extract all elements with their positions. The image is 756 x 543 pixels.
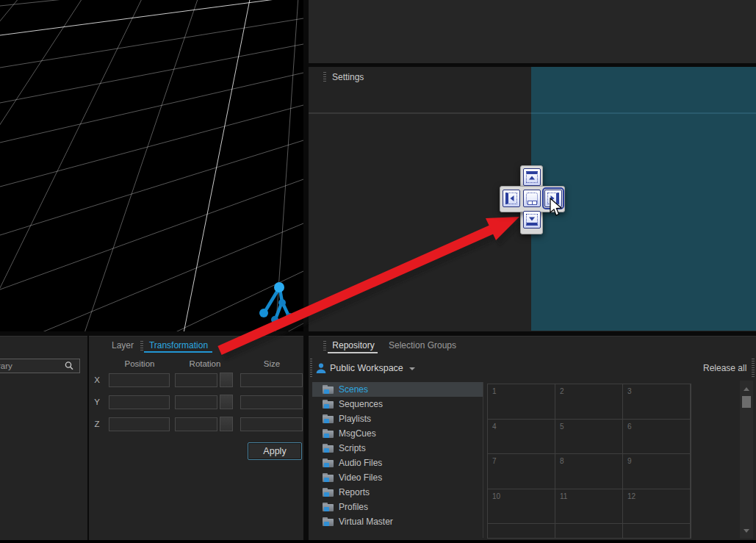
- slot-cell[interactable]: 1: [488, 384, 555, 420]
- slot-cell[interactable]: 4: [488, 420, 555, 455]
- slot-cell[interactable]: 5: [555, 420, 623, 455]
- folder-icon: [323, 444, 334, 453]
- slot-cell[interactable]: 7: [488, 454, 555, 489]
- settings-title: Settings: [332, 72, 364, 82]
- dock-top-button[interactable]: [523, 168, 541, 186]
- tree-item-scenes[interactable]: Scenes: [312, 382, 483, 397]
- column-header-size: Size: [248, 359, 295, 368]
- slot-grid: 1 2 3 4 5 6 7 8 9 10 11 12: [487, 384, 691, 539]
- slot-cell[interactable]: 11: [555, 489, 623, 525]
- slot-cell[interactable]: 9: [623, 454, 691, 489]
- column-header-position: Position: [112, 359, 167, 368]
- tree-item-playlists[interactable]: Playlists: [312, 411, 483, 426]
- scroll-up-arrow[interactable]: [744, 387, 749, 391]
- rotation-z-input[interactable]: [175, 417, 217, 431]
- scene-tree-icon: [253, 278, 300, 329]
- tree-item-video-files[interactable]: Video Files: [312, 470, 483, 485]
- vertical-splitter[interactable]: [303, 0, 309, 543]
- tab-layer[interactable]: Layer: [107, 340, 139, 350]
- rotation-z-knob[interactable]: [220, 417, 233, 431]
- folder-icon: [323, 473, 334, 483]
- settings-divider: [309, 112, 531, 114]
- row-label-z: Z: [91, 420, 103, 428]
- dock-right-button[interactable]: [544, 190, 562, 207]
- dock-bottom-button[interactable]: [523, 211, 541, 229]
- folder-icon: [323, 385, 334, 395]
- folder-icon: [323, 429, 334, 439]
- release-all-button[interactable]: Release all: [703, 363, 746, 373]
- scroll-down-arrow[interactable]: [744, 529, 749, 533]
- renderer-panel: [309, 0, 756, 63]
- tab-drag-grip[interactable]: [140, 341, 143, 350]
- active-tab-underline: [328, 352, 378, 353]
- folder-icon: [323, 503, 334, 512]
- user-icon: [315, 362, 327, 374]
- tree-item-profiles[interactable]: Profiles: [312, 500, 483, 514]
- rotation-x-knob[interactable]: [220, 373, 233, 387]
- slot-cell[interactable]: [488, 524, 555, 539]
- row-label-x: X: [91, 375, 103, 384]
- dock-center-tab-button[interactable]: [523, 190, 541, 207]
- application-window: Settings Layer Transformation Position R…: [0, 0, 756, 543]
- workspace-selector[interactable]: Public Workspace: [330, 363, 415, 373]
- tree-item-audio-files[interactable]: Audio Files: [312, 456, 483, 470]
- search-icon: [64, 361, 74, 371]
- slot-cell[interactable]: [555, 524, 623, 539]
- slot-grid-scrollbar[interactable]: [740, 381, 753, 539]
- workspace-label: Public Workspace: [330, 363, 403, 373]
- repository-tree: Scenes Sequences Playlists MsgCues Scrip…: [312, 382, 483, 538]
- scrollbar-thumb[interactable]: [742, 396, 751, 408]
- folder-icon: [323, 400, 334, 409]
- position-z-input[interactable]: [109, 417, 170, 431]
- tree-item-reports[interactable]: Reports: [312, 485, 483, 500]
- transformation-panel: Layer Transformation Position Rotation S…: [89, 336, 303, 540]
- tree-item-msgcues[interactable]: MsgCues: [312, 426, 483, 441]
- column-header-rotation: Rotation: [178, 359, 232, 368]
- size-y-input[interactable]: [240, 395, 303, 409]
- folder-icon: [323, 488, 334, 497]
- folder-icon: [323, 517, 334, 527]
- dock-left-button[interactable]: [503, 190, 520, 207]
- tree-item-sequences[interactable]: Sequences: [312, 397, 483, 411]
- 3d-viewport[interactable]: [0, 0, 303, 331]
- tree-item-scripts[interactable]: Scripts: [312, 441, 483, 456]
- slot-cell[interactable]: [623, 524, 691, 539]
- size-x-input[interactable]: [240, 373, 303, 387]
- rotation-x-input[interactable]: [175, 373, 217, 387]
- row-label-y: Y: [91, 398, 103, 406]
- tab-transformation[interactable]: Transformation: [146, 340, 211, 350]
- slot-cell[interactable]: 6: [623, 420, 691, 455]
- workspace-drag-grip[interactable]: [310, 359, 312, 378]
- window-edge: [0, 540, 756, 543]
- slot-cell[interactable]: 12: [623, 489, 691, 525]
- folder-icon: [323, 414, 334, 424]
- settings-divider-highlight: [531, 112, 756, 114]
- slot-cell[interactable]: 3: [623, 384, 691, 420]
- size-z-input[interactable]: [240, 417, 303, 431]
- chevron-down-icon: [409, 367, 415, 370]
- apply-button[interactable]: Apply: [248, 442, 302, 460]
- position-y-input[interactable]: [109, 395, 170, 409]
- rotation-y-knob[interactable]: [220, 395, 233, 409]
- tab-drag-grip[interactable]: [323, 341, 326, 350]
- position-x-input[interactable]: [109, 373, 170, 387]
- slot-cell[interactable]: 10: [488, 489, 555, 525]
- slot-cell[interactable]: 8: [555, 454, 623, 489]
- active-tab-underline: [144, 351, 212, 353]
- tab-repository[interactable]: Repository: [328, 340, 379, 350]
- tab-selection-groups[interactable]: Selection Groups: [386, 340, 459, 350]
- folder-icon: [323, 459, 334, 468]
- panel-drag-grip[interactable]: [752, 359, 755, 377]
- library-panel: [0, 336, 87, 540]
- repository-panel: Repository Selection Groups Public Works…: [309, 336, 756, 540]
- settings-drag-grip[interactable]: [323, 72, 326, 83]
- tree-item-virtual-master[interactable]: Virtual Master: [312, 514, 483, 529]
- slot-cell[interactable]: 2: [555, 384, 623, 420]
- rotation-y-input[interactable]: [175, 395, 217, 409]
